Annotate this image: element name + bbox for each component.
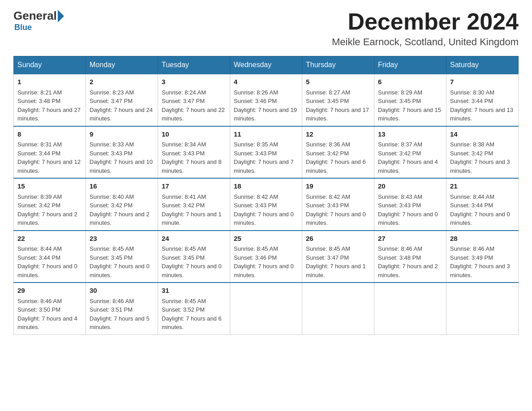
day-number: 21	[450, 181, 515, 192]
weekday-header-row: SundayMondayTuesdayWednesdayThursdayFrid…	[14, 56, 519, 74]
day-sunrise: Sunrise: 8:42 AM	[234, 193, 278, 200]
day-number: 1	[17, 77, 82, 87]
calendar-day-cell: 4 Sunrise: 8:26 AM Sunset: 3:46 PM Dayli…	[230, 74, 302, 126]
day-daylight: Daylight: 7 hours and 19 minutes.	[234, 107, 297, 122]
calendar-day-cell: 13 Sunrise: 8:37 AM Sunset: 3:42 PM Dayl…	[374, 126, 446, 179]
day-sunrise: Sunrise: 8:45 AM	[162, 245, 206, 252]
day-daylight: Daylight: 7 hours and 12 minutes.	[17, 158, 81, 174]
day-sunset: Sunset: 3:49 PM	[450, 254, 493, 261]
day-daylight: Daylight: 7 hours and 2 minutes.	[90, 211, 150, 227]
day-sunrise: Sunrise: 8:24 AM	[162, 89, 206, 96]
day-daylight: Daylight: 7 hours and 2 minutes.	[17, 211, 77, 227]
calendar-day-cell: 26 Sunrise: 8:45 AM Sunset: 3:47 PM Dayl…	[302, 231, 374, 283]
day-number: 23	[90, 234, 154, 244]
day-number: 15	[17, 181, 82, 192]
day-sunrise: Sunrise: 8:45 AM	[306, 245, 350, 252]
calendar-day-cell: 29 Sunrise: 8:46 AM Sunset: 3:50 PM Dayl…	[14, 283, 86, 334]
day-sunrise: Sunrise: 8:38 AM	[450, 141, 494, 148]
calendar-day-cell: 6 Sunrise: 8:29 AM Sunset: 3:45 PM Dayli…	[374, 74, 446, 126]
calendar-table: SundayMondayTuesdayWednesdayThursdayFrid…	[13, 56, 519, 335]
day-sunset: Sunset: 3:52 PM	[162, 306, 205, 313]
logo-triangle-icon	[58, 10, 64, 22]
day-sunrise: Sunrise: 8:23 AM	[90, 89, 134, 96]
calendar-day-cell: 22 Sunrise: 8:44 AM Sunset: 3:44 PM Dayl…	[14, 231, 86, 283]
day-sunset: Sunset: 3:44 PM	[17, 254, 60, 261]
calendar-day-cell: 11 Sunrise: 8:35 AM Sunset: 3:43 PM Dayl…	[230, 126, 302, 179]
day-daylight: Daylight: 7 hours and 22 minutes.	[162, 107, 225, 122]
calendar-week-row: 1 Sunrise: 8:21 AM Sunset: 3:48 PM Dayli…	[14, 74, 519, 126]
day-sunrise: Sunrise: 8:46 AM	[17, 298, 62, 304]
calendar-day-cell	[374, 283, 446, 334]
day-sunset: Sunset: 3:47 PM	[90, 98, 133, 104]
calendar-day-cell: 8 Sunrise: 8:31 AM Sunset: 3:44 PM Dayli…	[14, 126, 86, 179]
day-daylight: Daylight: 7 hours and 0 minutes.	[162, 263, 222, 278]
calendar-day-cell	[230, 283, 302, 334]
calendar-day-cell: 3 Sunrise: 8:24 AM Sunset: 3:47 PM Dayli…	[158, 74, 230, 126]
day-sunset: Sunset: 3:47 PM	[306, 254, 349, 261]
day-number: 9	[90, 129, 154, 140]
calendar-day-cell: 24 Sunrise: 8:45 AM Sunset: 3:45 PM Dayl…	[158, 231, 230, 283]
day-sunrise: Sunrise: 8:30 AM	[450, 89, 494, 96]
day-daylight: Daylight: 7 hours and 0 minutes.	[378, 211, 438, 227]
calendar-day-cell: 12 Sunrise: 8:36 AM Sunset: 3:42 PM Dayl…	[302, 126, 374, 179]
weekday-header-tuesday: Tuesday	[158, 56, 230, 74]
day-daylight: Daylight: 7 hours and 24 minutes.	[90, 107, 153, 122]
day-sunset: Sunset: 3:42 PM	[17, 202, 60, 209]
day-daylight: Daylight: 7 hours and 2 minutes.	[378, 263, 438, 278]
day-daylight: Daylight: 7 hours and 5 minutes.	[90, 315, 150, 331]
title-area: December 2024 Meikle Earnock, Scotland, …	[332, 9, 519, 48]
day-daylight: Daylight: 7 hours and 8 minutes.	[162, 158, 222, 174]
day-sunset: Sunset: 3:44 PM	[450, 202, 493, 209]
day-sunrise: Sunrise: 8:37 AM	[378, 141, 422, 148]
calendar-day-cell: 27 Sunrise: 8:46 AM Sunset: 3:48 PM Dayl…	[374, 231, 446, 283]
day-sunset: Sunset: 3:51 PM	[90, 306, 133, 313]
calendar-week-row: 29 Sunrise: 8:46 AM Sunset: 3:50 PM Dayl…	[14, 283, 519, 334]
day-daylight: Daylight: 7 hours and 3 minutes.	[450, 263, 510, 278]
day-sunrise: Sunrise: 8:45 AM	[90, 245, 134, 252]
day-sunrise: Sunrise: 8:43 AM	[378, 193, 422, 200]
logo-text: General	[13, 9, 65, 23]
calendar-week-row: 22 Sunrise: 8:44 AM Sunset: 3:44 PM Dayl…	[14, 231, 519, 283]
calendar-day-cell: 10 Sunrise: 8:34 AM Sunset: 3:43 PM Dayl…	[158, 126, 230, 179]
calendar-day-cell: 20 Sunrise: 8:43 AM Sunset: 3:43 PM Dayl…	[374, 178, 446, 231]
day-sunset: Sunset: 3:43 PM	[378, 202, 421, 209]
day-daylight: Daylight: 7 hours and 0 minutes.	[450, 211, 510, 227]
calendar-day-cell: 7 Sunrise: 8:30 AM Sunset: 3:44 PM Dayli…	[446, 74, 519, 126]
day-sunrise: Sunrise: 8:45 AM	[234, 245, 278, 252]
day-sunset: Sunset: 3:50 PM	[17, 306, 60, 313]
calendar-day-cell: 5 Sunrise: 8:27 AM Sunset: 3:45 PM Dayli…	[302, 74, 374, 126]
weekday-header-wednesday: Wednesday	[230, 56, 302, 74]
day-sunrise: Sunrise: 8:40 AM	[90, 193, 134, 200]
logo-blue: Blue	[14, 23, 32, 32]
day-sunrise: Sunrise: 8:42 AM	[306, 193, 350, 200]
day-sunset: Sunset: 3:43 PM	[306, 202, 349, 209]
page-header: General Blue December 2024 Meikle Earnoc…	[13, 9, 519, 48]
day-daylight: Daylight: 7 hours and 15 minutes.	[378, 107, 441, 122]
calendar-week-row: 8 Sunrise: 8:31 AM Sunset: 3:44 PM Dayli…	[14, 126, 519, 179]
weekday-header-thursday: Thursday	[302, 56, 374, 74]
day-sunrise: Sunrise: 8:46 AM	[450, 245, 494, 252]
weekday-header-friday: Friday	[374, 56, 446, 74]
calendar-day-cell: 16 Sunrise: 8:40 AM Sunset: 3:42 PM Dayl…	[86, 178, 158, 231]
day-sunset: Sunset: 3:45 PM	[162, 254, 205, 261]
day-sunrise: Sunrise: 8:44 AM	[17, 245, 62, 252]
logo: General Blue	[13, 9, 65, 32]
calendar-day-cell: 30 Sunrise: 8:46 AM Sunset: 3:51 PM Dayl…	[86, 283, 158, 334]
day-sunrise: Sunrise: 8:46 AM	[90, 298, 134, 304]
day-sunrise: Sunrise: 8:33 AM	[90, 141, 134, 148]
day-number: 22	[17, 234, 82, 244]
day-sunset: Sunset: 3:44 PM	[17, 150, 60, 157]
day-number: 27	[378, 234, 442, 244]
day-sunset: Sunset: 3:44 PM	[450, 98, 493, 104]
day-sunset: Sunset: 3:43 PM	[234, 150, 277, 157]
day-sunrise: Sunrise: 8:26 AM	[234, 89, 278, 96]
calendar-day-cell: 17 Sunrise: 8:41 AM Sunset: 3:42 PM Dayl…	[158, 178, 230, 231]
day-sunrise: Sunrise: 8:31 AM	[17, 141, 62, 148]
day-daylight: Daylight: 7 hours and 10 minutes.	[90, 158, 153, 174]
calendar-day-cell: 19 Sunrise: 8:42 AM Sunset: 3:43 PM Dayl…	[302, 178, 374, 231]
day-number: 30	[90, 286, 154, 296]
day-number: 24	[162, 234, 226, 244]
calendar-day-cell: 14 Sunrise: 8:38 AM Sunset: 3:42 PM Dayl…	[446, 126, 519, 179]
day-number: 19	[306, 181, 370, 192]
day-number: 25	[234, 234, 298, 244]
